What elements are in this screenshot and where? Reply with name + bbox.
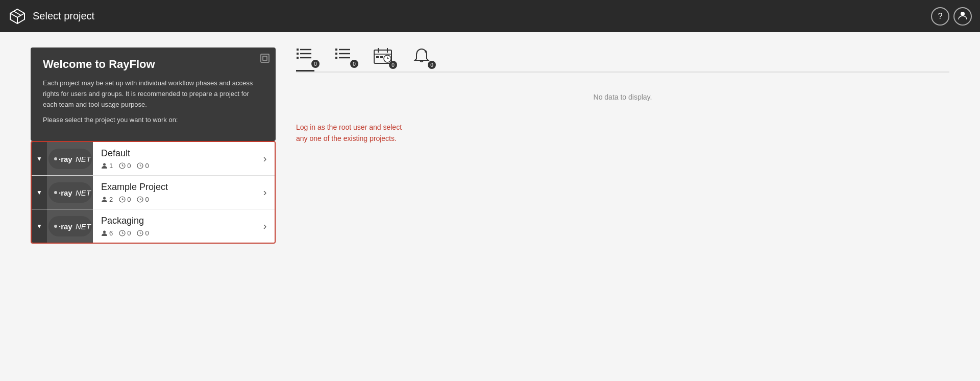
users-icon	[101, 196, 108, 203]
welcome-description2: Please select the project you want to wo…	[43, 115, 263, 126]
main-content: Welcome to RayFlow Each project may be s…	[0, 32, 980, 381]
welcome-description1: Each project may be set up with individu…	[43, 78, 263, 110]
project-expand-arrow[interactable]: ▼	[32, 209, 47, 243]
list-icon	[335, 47, 353, 63]
help-icon: ?	[938, 12, 943, 21]
clock2-icon	[137, 162, 143, 169]
project-logo: ·ray NET	[47, 176, 93, 209]
tab-calendar-badge: 0	[389, 61, 397, 69]
project-info: Packaging 6	[93, 210, 259, 242]
users-icon	[101, 162, 108, 169]
no-data-message: No data to display.	[296, 93, 949, 101]
project-item[interactable]: ▼ ·ray NET Default	[32, 142, 275, 176]
login-hint: Log in as the root user and select any o…	[296, 122, 949, 145]
project-info: Default 1	[93, 143, 259, 175]
project-users-stat: 1	[101, 162, 113, 170]
project-clock1-stat: 0	[119, 196, 131, 203]
project-info: Example Project 2	[93, 177, 259, 208]
tab-notifications-badge: 0	[428, 61, 436, 69]
tabs-area: 0 0	[296, 47, 949, 73]
expand-icon[interactable]	[260, 54, 270, 65]
header-left: Select project	[8, 7, 94, 26]
svg-rect-50	[335, 57, 337, 59]
svg-rect-49	[335, 53, 337, 55]
project-item[interactable]: ▼ ·ray NET Example Project	[32, 176, 275, 209]
svg-text:·ray: ·ray	[59, 155, 72, 163]
project-users-stat: 6	[101, 229, 113, 237]
svg-rect-48	[335, 49, 337, 51]
notification-bell-icon	[412, 47, 431, 64]
project-chevron[interactable]: ›	[259, 153, 275, 164]
tab-notifications[interactable]: 0	[412, 47, 431, 72]
project-clock2-stat: 0	[137, 196, 149, 203]
clock2-icon	[137, 196, 143, 203]
page-title: Select project	[33, 10, 94, 22]
project-name: Packaging	[101, 216, 251, 226]
user-button[interactable]	[953, 7, 972, 26]
project-expand-arrow[interactable]: ▼	[32, 176, 47, 209]
project-logo: ·ray NET	[47, 209, 93, 243]
clock-icon	[119, 162, 126, 169]
svg-rect-58	[376, 56, 379, 58]
user-icon	[958, 11, 967, 22]
svg-rect-43	[297, 53, 299, 55]
svg-point-24	[103, 197, 106, 199]
project-logo: ·ray NET	[47, 142, 93, 175]
tab-notifications-icon-wrapper: 0	[412, 47, 431, 66]
project-stats: 1 0	[101, 162, 251, 170]
svg-text:NET: NET	[76, 222, 92, 231]
users-icon	[101, 230, 108, 236]
calendar-icon	[374, 47, 392, 64]
project-clock2-stat: 0	[137, 229, 149, 237]
help-button[interactable]: ?	[931, 7, 949, 26]
clock2-icon	[137, 230, 143, 236]
header-right: ?	[931, 7, 972, 26]
welcome-card: Welcome to RayFlow Each project may be s…	[31, 47, 276, 141]
tab-calendar-icon-wrapper: 0	[374, 47, 392, 66]
project-chevron[interactable]: ›	[259, 220, 275, 232]
tab-calendar[interactable]: 0	[374, 47, 392, 72]
project-name: Example Project	[101, 182, 251, 193]
clock-icon	[119, 196, 126, 203]
svg-point-32	[54, 225, 57, 228]
svg-point-10	[54, 157, 57, 160]
right-panel: 0 0	[296, 47, 949, 366]
svg-rect-44	[297, 57, 299, 59]
svg-text:NET: NET	[76, 155, 92, 163]
projects-list: ▼ ·ray NET Default	[31, 141, 276, 244]
svg-point-35	[103, 230, 106, 233]
svg-point-21	[54, 191, 57, 194]
svg-rect-59	[380, 56, 383, 58]
project-clock1-stat: 0	[119, 162, 131, 170]
project-name: Default	[101, 148, 251, 159]
welcome-title: Welcome to RayFlow	[43, 58, 263, 71]
svg-point-13	[103, 163, 106, 165]
tab-list[interactable]: 0	[335, 47, 353, 72]
project-clock1-stat: 0	[119, 229, 131, 237]
tab-list-icon-wrapper: 0	[335, 47, 353, 65]
clock-icon	[119, 230, 126, 236]
tab-list-badge: 0	[350, 60, 358, 68]
tab-tasks-icon-wrapper: 0	[296, 47, 314, 65]
header: Select project ?	[0, 0, 980, 32]
project-expand-arrow[interactable]: ▼	[32, 142, 47, 175]
project-users-stat: 2	[101, 196, 113, 203]
tab-tasks-badge: 0	[311, 60, 320, 68]
project-chevron[interactable]: ›	[259, 186, 275, 198]
project-item[interactable]: ▼ ·ray NET Packaging	[32, 209, 275, 243]
left-panel: Welcome to RayFlow Each project may be s…	[31, 47, 276, 366]
project-clock2-stat: 0	[137, 162, 149, 170]
svg-rect-42	[297, 49, 299, 51]
project-stats: 6 0	[101, 229, 251, 237]
svg-rect-7	[261, 54, 269, 62]
svg-text:NET: NET	[76, 188, 92, 197]
task-list-icon	[296, 47, 314, 63]
svg-text:·ray: ·ray	[59, 222, 72, 231]
app-logo-icon	[8, 7, 27, 26]
svg-text:·ray: ·ray	[59, 188, 72, 197]
svg-point-6	[961, 12, 965, 16]
svg-rect-8	[263, 56, 267, 60]
tab-tasks[interactable]: 0	[296, 47, 314, 72]
project-stats: 2 0	[101, 196, 251, 203]
